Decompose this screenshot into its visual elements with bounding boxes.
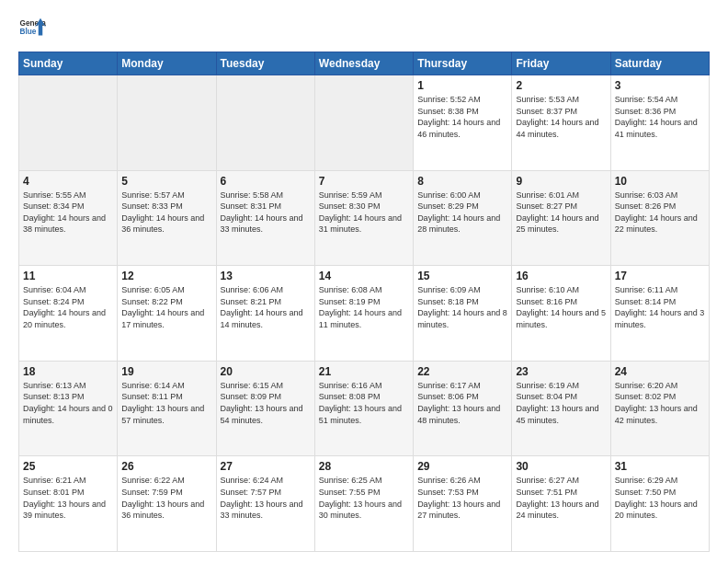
calendar-week-row: 25Sunrise: 6:21 AM Sunset: 8:01 PM Dayli… bbox=[19, 456, 710, 552]
calendar-cell: 30Sunrise: 6:27 AM Sunset: 7:51 PM Dayli… bbox=[512, 456, 610, 552]
day-info: Sunrise: 5:53 AM Sunset: 8:37 PM Dayligh… bbox=[516, 94, 606, 140]
page: General Blue SundayMondayTuesdayWednesda… bbox=[0, 0, 728, 563]
day-header: Thursday bbox=[414, 52, 512, 75]
day-number: 20 bbox=[221, 365, 311, 378]
day-number: 22 bbox=[417, 365, 507, 378]
day-info: Sunrise: 6:26 AM Sunset: 7:53 PM Dayligh… bbox=[417, 475, 507, 521]
day-info: Sunrise: 6:13 AM Sunset: 8:13 PM Dayligh… bbox=[23, 380, 113, 426]
day-number: 9 bbox=[516, 175, 606, 188]
day-info: Sunrise: 6:04 AM Sunset: 8:24 PM Dayligh… bbox=[23, 284, 113, 330]
day-info: Sunrise: 6:27 AM Sunset: 7:51 PM Dayligh… bbox=[516, 475, 606, 521]
calendar-cell: 11Sunrise: 6:04 AM Sunset: 8:24 PM Dayli… bbox=[19, 266, 118, 362]
day-info: Sunrise: 6:14 AM Sunset: 8:11 PM Dayligh… bbox=[121, 380, 211, 426]
day-number: 30 bbox=[516, 460, 606, 473]
day-number: 13 bbox=[221, 270, 311, 282]
calendar-cell bbox=[19, 75, 118, 171]
day-number: 5 bbox=[121, 175, 211, 188]
day-info: Sunrise: 6:25 AM Sunset: 7:55 PM Dayligh… bbox=[319, 475, 409, 521]
day-header: Monday bbox=[118, 52, 216, 75]
calendar-cell bbox=[118, 75, 216, 171]
day-info: Sunrise: 5:54 AM Sunset: 8:36 PM Dayligh… bbox=[615, 94, 705, 140]
day-info: Sunrise: 6:10 AM Sunset: 8:16 PM Dayligh… bbox=[516, 284, 606, 330]
day-number: 14 bbox=[319, 270, 409, 282]
day-number: 26 bbox=[121, 460, 211, 473]
calendar-cell: 28Sunrise: 6:25 AM Sunset: 7:55 PM Dayli… bbox=[314, 456, 413, 552]
calendar-cell: 29Sunrise: 6:26 AM Sunset: 7:53 PM Dayli… bbox=[414, 456, 512, 552]
calendar-cell: 3Sunrise: 5:54 AM Sunset: 8:36 PM Daylig… bbox=[610, 75, 709, 171]
day-info: Sunrise: 6:20 AM Sunset: 8:02 PM Dayligh… bbox=[615, 380, 705, 426]
calendar-cell: 31Sunrise: 6:29 AM Sunset: 7:50 PM Dayli… bbox=[610, 456, 709, 552]
day-number: 4 bbox=[23, 175, 113, 188]
day-header: Wednesday bbox=[314, 52, 413, 75]
day-number: 7 bbox=[319, 175, 409, 188]
day-info: Sunrise: 6:17 AM Sunset: 8:06 PM Dayligh… bbox=[417, 380, 507, 426]
svg-text:Blue: Blue bbox=[20, 28, 37, 36]
day-info: Sunrise: 6:05 AM Sunset: 8:22 PM Dayligh… bbox=[121, 284, 211, 330]
day-number: 24 bbox=[615, 365, 705, 378]
day-info: Sunrise: 5:55 AM Sunset: 8:34 PM Dayligh… bbox=[23, 190, 113, 236]
calendar-cell: 19Sunrise: 6:14 AM Sunset: 8:11 PM Dayli… bbox=[118, 361, 216, 456]
day-info: Sunrise: 5:59 AM Sunset: 8:30 PM Dayligh… bbox=[319, 190, 409, 236]
day-number: 15 bbox=[417, 270, 507, 282]
day-number: 18 bbox=[23, 365, 113, 378]
calendar-cell: 23Sunrise: 6:19 AM Sunset: 8:04 PM Dayli… bbox=[512, 361, 610, 456]
day-number: 1 bbox=[417, 79, 507, 92]
calendar-cell: 18Sunrise: 6:13 AM Sunset: 8:13 PM Dayli… bbox=[19, 361, 118, 456]
day-number: 2 bbox=[516, 79, 606, 92]
day-info: Sunrise: 6:08 AM Sunset: 8:19 PM Dayligh… bbox=[319, 284, 409, 330]
day-number: 28 bbox=[319, 460, 409, 473]
calendar-cell: 9Sunrise: 6:01 AM Sunset: 8:27 PM Daylig… bbox=[512, 170, 610, 266]
day-number: 11 bbox=[23, 270, 113, 282]
calendar-cell: 14Sunrise: 6:08 AM Sunset: 8:19 PM Dayli… bbox=[314, 266, 413, 362]
day-number: 29 bbox=[417, 460, 507, 473]
calendar-cell: 8Sunrise: 6:00 AM Sunset: 8:29 PM Daylig… bbox=[414, 170, 512, 266]
day-info: Sunrise: 6:00 AM Sunset: 8:29 PM Dayligh… bbox=[417, 190, 507, 236]
day-info: Sunrise: 6:29 AM Sunset: 7:50 PM Dayligh… bbox=[615, 475, 705, 521]
calendar-cell: 1Sunrise: 5:52 AM Sunset: 8:38 PM Daylig… bbox=[414, 75, 512, 171]
day-info: Sunrise: 6:03 AM Sunset: 8:26 PM Dayligh… bbox=[615, 190, 705, 236]
calendar-cell: 25Sunrise: 6:21 AM Sunset: 8:01 PM Dayli… bbox=[19, 456, 118, 552]
day-number: 23 bbox=[516, 365, 606, 378]
calendar-cell: 5Sunrise: 5:57 AM Sunset: 8:33 PM Daylig… bbox=[118, 170, 216, 266]
calendar-cell bbox=[314, 75, 413, 171]
header: General Blue bbox=[18, 15, 710, 42]
calendar-cell: 10Sunrise: 6:03 AM Sunset: 8:26 PM Dayli… bbox=[610, 170, 709, 266]
day-info: Sunrise: 6:24 AM Sunset: 7:57 PM Dayligh… bbox=[221, 475, 311, 521]
day-number: 31 bbox=[615, 460, 705, 473]
day-info: Sunrise: 5:57 AM Sunset: 8:33 PM Dayligh… bbox=[121, 190, 211, 236]
calendar-cell: 15Sunrise: 6:09 AM Sunset: 8:18 PM Dayli… bbox=[414, 266, 512, 362]
day-header: Friday bbox=[512, 52, 610, 75]
day-number: 25 bbox=[23, 460, 113, 473]
logo-icon: General Blue bbox=[18, 15, 46, 42]
calendar-cell: 17Sunrise: 6:11 AM Sunset: 8:14 PM Dayli… bbox=[610, 266, 709, 362]
day-number: 10 bbox=[615, 175, 705, 188]
calendar-cell: 27Sunrise: 6:24 AM Sunset: 7:57 PM Dayli… bbox=[216, 456, 314, 552]
day-number: 3 bbox=[615, 79, 705, 92]
calendar-table: SundayMondayTuesdayWednesdayThursdayFrid… bbox=[18, 52, 710, 552]
calendar-cell bbox=[216, 75, 314, 171]
calendar-cell: 21Sunrise: 6:16 AM Sunset: 8:08 PM Dayli… bbox=[314, 361, 413, 456]
day-number: 6 bbox=[221, 175, 311, 188]
calendar-cell: 24Sunrise: 6:20 AM Sunset: 8:02 PM Dayli… bbox=[610, 361, 709, 456]
day-number: 16 bbox=[516, 270, 606, 282]
day-number: 21 bbox=[319, 365, 409, 378]
day-number: 12 bbox=[121, 270, 211, 282]
day-info: Sunrise: 6:16 AM Sunset: 8:08 PM Dayligh… bbox=[319, 380, 409, 426]
day-number: 19 bbox=[121, 365, 211, 378]
calendar-cell: 13Sunrise: 6:06 AM Sunset: 8:21 PM Dayli… bbox=[216, 266, 314, 362]
calendar-cell: 26Sunrise: 6:22 AM Sunset: 7:59 PM Dayli… bbox=[118, 456, 216, 552]
day-header: Saturday bbox=[610, 52, 709, 75]
day-info: Sunrise: 6:06 AM Sunset: 8:21 PM Dayligh… bbox=[221, 284, 311, 330]
day-info: Sunrise: 5:52 AM Sunset: 8:38 PM Dayligh… bbox=[417, 94, 507, 140]
calendar-cell: 22Sunrise: 6:17 AM Sunset: 8:06 PM Dayli… bbox=[414, 361, 512, 456]
calendar-week-row: 4Sunrise: 5:55 AM Sunset: 8:34 PM Daylig… bbox=[19, 170, 710, 266]
day-info: Sunrise: 6:21 AM Sunset: 8:01 PM Dayligh… bbox=[23, 475, 113, 521]
logo: General Blue bbox=[18, 15, 46, 42]
calendar-cell: 7Sunrise: 5:59 AM Sunset: 8:30 PM Daylig… bbox=[314, 170, 413, 266]
day-info: Sunrise: 5:58 AM Sunset: 8:31 PM Dayligh… bbox=[221, 190, 311, 236]
day-info: Sunrise: 6:01 AM Sunset: 8:27 PM Dayligh… bbox=[516, 190, 606, 236]
calendar-week-row: 11Sunrise: 6:04 AM Sunset: 8:24 PM Dayli… bbox=[19, 266, 710, 362]
calendar-cell: 4Sunrise: 5:55 AM Sunset: 8:34 PM Daylig… bbox=[19, 170, 118, 266]
day-number: 27 bbox=[221, 460, 311, 473]
day-info: Sunrise: 6:22 AM Sunset: 7:59 PM Dayligh… bbox=[121, 475, 211, 521]
